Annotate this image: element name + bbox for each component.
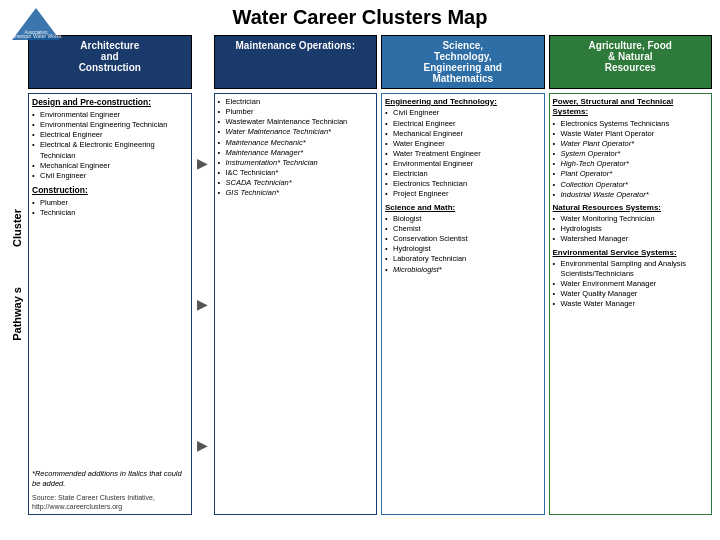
col-stem: Engineering and Technology: Civil Engine… [381, 93, 545, 515]
stem-science-list: Biologist Chemist Conservation Scientist… [385, 214, 541, 275]
list-item: Environmental Engineer [385, 159, 541, 169]
list-item: Environmental Sampling and Analysis Scie… [553, 259, 709, 279]
stem-engineering-list: Civil Engineer Electrical Engineer Mecha… [385, 108, 541, 199]
list-item: Microbiologist* [385, 265, 541, 275]
list-item: Industrial Waste Operator* [553, 190, 709, 200]
list-item: I&C Technician* [218, 168, 374, 178]
arch-construction-list: Plumber Technician [32, 198, 188, 218]
arrow-col: ▶ ▶ ▶ [196, 93, 210, 515]
list-item: Mechanical Engineer [32, 161, 188, 171]
col-architecture: Design and Pre-construction: Environment… [28, 93, 192, 515]
afnr-natural-title: Natural Resources Systems: [553, 203, 709, 213]
list-item: Civil Engineer [32, 171, 188, 181]
list-item: Hydrologist [385, 244, 541, 254]
pathway-label: Pathway s [11, 287, 23, 341]
list-item: Water Maintenance Technician* [218, 127, 374, 137]
afnr-environmental-title: Environmental Service Systems: [553, 248, 709, 258]
afnr-power-title: Power, Structural and Technical Systems: [553, 97, 709, 118]
cluster-label: Cluster [11, 209, 23, 247]
stem-science-title: Science and Math: [385, 203, 541, 213]
arch-design-title: Design and Pre-construction: [32, 97, 188, 108]
list-item: Waste Water Manager [553, 299, 709, 309]
list-item: GIS Technician* [218, 188, 374, 198]
list-item: Water Environment Manager [553, 279, 709, 289]
arch-design-list: Environmental Engineer Environmental Eng… [32, 110, 188, 181]
list-item: Laboratory Technician [385, 254, 541, 264]
arch-design-section: Design and Pre-construction: Environment… [32, 97, 188, 181]
afnr-natural-section: Natural Resources Systems: Water Monitor… [553, 203, 709, 245]
list-item: Technician [32, 208, 188, 218]
list-item: Plumber [32, 198, 188, 208]
list-item: Hydrologists [553, 224, 709, 234]
list-item: Electronics Technician [385, 179, 541, 189]
afnr-environmental-section: Environmental Service Systems: Environme… [553, 248, 709, 310]
cat-header-stem: Science, Technology, Engineering and Mat… [381, 35, 545, 89]
list-item: Water Engineer [385, 139, 541, 149]
stem-science-section: Science and Math: Biologist Chemist Cons… [385, 203, 541, 275]
list-item: Environmental Engineering Technician [32, 120, 188, 130]
list-item: Electronics Systems Technicians [553, 119, 709, 129]
maintenance-list: Electrician Plumber Wastewater Maintenan… [218, 97, 374, 198]
list-item: Electrical & Electronic Engineering Tech… [32, 140, 188, 160]
arch-construction-section: Construction: Plumber Technician [32, 185, 188, 218]
afnr-power-section: Power, Structural and Technical Systems:… [553, 97, 709, 200]
list-item: SCADA Technician* [218, 178, 374, 188]
list-item: Electrical Engineer [385, 119, 541, 129]
stem-engineering-section: Engineering and Technology: Civil Engine… [385, 97, 541, 200]
page-title: Water Career Clusters Map [233, 6, 488, 29]
recommended-note: *Recommended additions in Italics that c… [32, 469, 188, 489]
category-headers-row: Architecture and Construction Maintenanc… [28, 35, 712, 89]
col-afnr: Power, Structural and Technical Systems:… [549, 93, 713, 515]
list-item: Maintenance Mechanic* [218, 138, 374, 148]
page-header: Water Career Clusters Map [8, 6, 712, 29]
list-item: Electrician [218, 97, 374, 107]
list-item: Water Plant Operator* [553, 139, 709, 149]
cat-header-maintenance: Maintenance Operations: [214, 35, 378, 89]
list-item: Waste Water Plant Operator [553, 129, 709, 139]
list-item: Water Quality Manager [553, 289, 709, 299]
col-maintenance: Electrician Plumber Wastewater Maintenan… [214, 93, 378, 515]
list-item: Environmental Engineer [32, 110, 188, 120]
cat-header-arch: Architecture and Construction [28, 35, 192, 89]
afnr-environmental-list: Environmental Sampling and Analysis Scie… [553, 259, 709, 310]
col1-notes: *Recommended additions in Italics that c… [32, 469, 188, 511]
arrow-icon: ▶ [197, 155, 208, 171]
list-item: Electrician [385, 169, 541, 179]
side-labels: Cluster Pathway s [8, 35, 26, 515]
main-columns: Design and Pre-construction: Environment… [28, 93, 712, 515]
list-item: Conservation Scientist [385, 234, 541, 244]
list-item: Watershed Manager [553, 234, 709, 244]
list-item: Collection Operator* [553, 180, 709, 190]
list-item: Wastewater Maintenance Technician [218, 117, 374, 127]
list-item: Biologist [385, 214, 541, 224]
stem-engineering-title: Engineering and Technology: [385, 97, 541, 107]
list-item: Instrumentation* Technician [218, 158, 374, 168]
list-item: Civil Engineer [385, 108, 541, 118]
list-item: Plumber [218, 107, 374, 117]
afnr-power-list: Electronics Systems Technicians Waste Wa… [553, 119, 709, 200]
list-item: Mechanical Engineer [385, 129, 541, 139]
list-item: Electrical Engineer [32, 130, 188, 140]
list-item: Water Monitoring Technician [553, 214, 709, 224]
source-note: Source: State Career Clusters Initiative… [32, 493, 188, 511]
list-item: High-Tech Operator* [553, 159, 709, 169]
arch-construction-title: Construction: [32, 185, 188, 196]
arrow-icon-3: ▶ [197, 437, 208, 453]
list-item: System Operator* [553, 149, 709, 159]
list-item: Project Engineer [385, 189, 541, 199]
svg-text:Association: Association [24, 30, 48, 35]
afnr-natural-list: Water Monitoring Technician Hydrologists… [553, 214, 709, 244]
arrow-icon-2: ▶ [197, 296, 208, 312]
list-item: Chemist [385, 224, 541, 234]
list-item: Maintenance Manager* [218, 148, 374, 158]
list-item: Water Treatment Engineer [385, 149, 541, 159]
list-item: Plant Operator* [553, 169, 709, 179]
cat-header-afnr: Agriculture, Food & Natural Resources [549, 35, 713, 89]
